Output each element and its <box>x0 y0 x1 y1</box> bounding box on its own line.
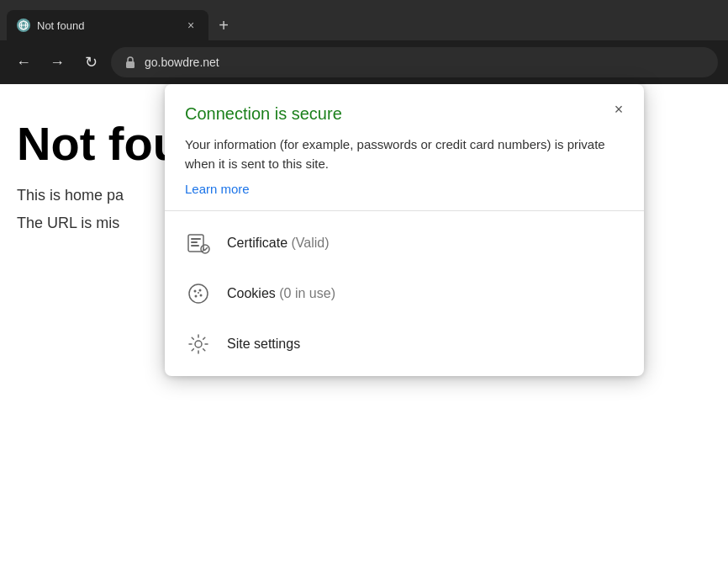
popup-close-button[interactable]: × <box>607 98 630 121</box>
security-popup: Connection is secure Your information (f… <box>165 84 644 376</box>
svg-rect-5 <box>191 238 201 240</box>
tab-close-button[interactable]: × <box>183 18 198 33</box>
browser-titlebar: Not found × + <box>0 0 728 40</box>
site-settings-label: Site settings <box>227 337 300 352</box>
tab-favicon <box>17 19 30 32</box>
active-tab[interactable]: Not found × <box>7 10 208 40</box>
certificate-icon <box>185 230 212 257</box>
svg-point-12 <box>195 295 198 298</box>
popup-items: Certificate (Valid) Cookies (0 in use) <box>165 211 644 376</box>
certificate-label: Certificate (Valid) <box>227 236 330 251</box>
svg-point-11 <box>199 289 202 292</box>
cookies-item[interactable]: Cookies (0 in use) <box>165 268 644 319</box>
svg-point-13 <box>200 294 203 297</box>
svg-rect-3 <box>126 61 135 68</box>
svg-rect-6 <box>191 241 198 243</box>
popup-header: Connection is secure Your information (f… <box>165 84 644 210</box>
svg-point-10 <box>194 290 197 293</box>
tab-title: Not found <box>37 19 177 32</box>
svg-rect-7 <box>191 245 199 247</box>
settings-icon <box>185 331 212 358</box>
learn-more-link[interactable]: Learn more <box>185 182 250 196</box>
forward-button[interactable]: → <box>44 49 71 76</box>
svg-point-14 <box>198 292 199 294</box>
lock-icon <box>123 55 138 70</box>
certificate-item[interactable]: Certificate (Valid) <box>165 218 644 268</box>
cookies-icon <box>185 280 212 307</box>
browser-navbar: ← → ↻ go.bowdre.net <box>0 40 728 84</box>
popup-title: Connection is secure <box>185 104 624 124</box>
address-bar[interactable]: go.bowdre.net <box>111 47 718 77</box>
back-button[interactable]: ← <box>10 49 37 76</box>
site-settings-item[interactable]: Site settings <box>165 319 644 369</box>
tab-bar: Not found × + <box>7 0 235 40</box>
popup-description: Your information (for example, passwords… <box>185 135 624 173</box>
new-tab-button[interactable]: + <box>212 13 235 37</box>
url-text: go.bowdre.net <box>145 56 219 69</box>
cookies-label: Cookies (0 in use) <box>227 286 335 301</box>
reload-button[interactable]: ↻ <box>77 49 104 76</box>
svg-point-15 <box>195 341 202 347</box>
